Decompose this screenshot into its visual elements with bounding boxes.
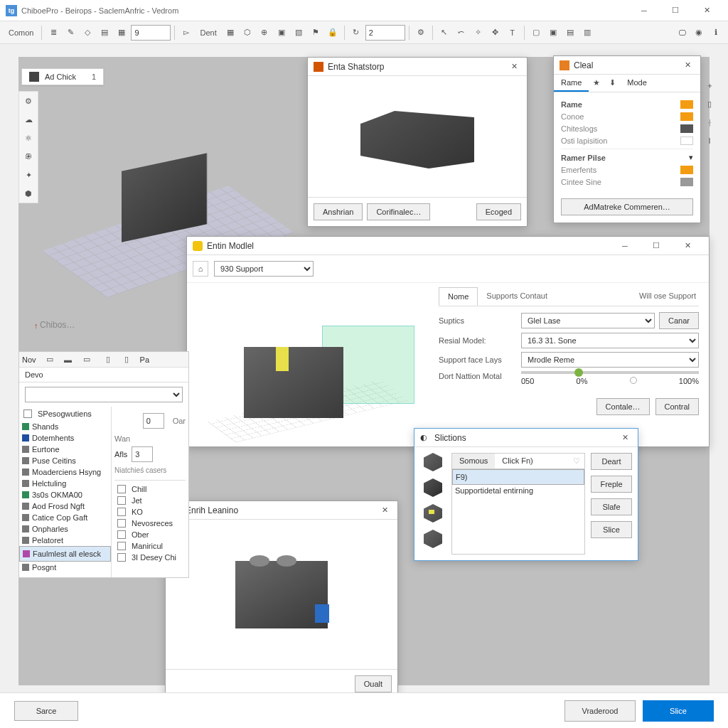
left-afls-input[interactable]: [132, 446, 153, 462]
chk-4[interactable]: Ober: [114, 529, 186, 540]
toolbar-flag-icon[interactable]: ⚑: [308, 25, 323, 41]
cleal-side-text-icon[interactable]: I: [702, 133, 717, 149]
model-tab-supports[interactable]: Supports Contaut: [478, 287, 556, 306]
maximize-button[interactable]: ☐: [660, 1, 691, 21]
footer-vraderood-button[interactable]: Vraderood: [564, 700, 636, 722]
minimize-button[interactable]: ─: [628, 1, 660, 21]
left-select[interactable]: [25, 387, 183, 402]
cleal-swatch-grey[interactable]: [680, 178, 693, 186]
cat-0[interactable]: Shands: [19, 421, 111, 432]
leaning-close-icon[interactable]: ✕: [378, 503, 392, 518]
chk-5[interactable]: Maniricul: [114, 540, 186, 552]
cat-4[interactable]: Moaderciens Hsyng: [19, 466, 111, 478]
object-chip[interactable]: Ad Chick 1: [21, 68, 104, 85]
footer-slice-button[interactable]: Slice: [643, 700, 714, 722]
toolbar-layers-icon[interactable]: ▣: [274, 25, 289, 41]
left-nav-pa[interactable]: Pa: [140, 355, 149, 364]
toolbar-monitor-icon[interactable]: 🖵: [674, 25, 690, 41]
cleal-tab-mode[interactable]: Mode: [620, 75, 654, 92]
cleal-side-ruler-icon[interactable]: ⟊: [702, 114, 717, 130]
model-contale-button[interactable]: Contale…: [596, 398, 650, 415]
toolbar-image-icon[interactable]: ▧: [291, 25, 306, 41]
model-minimize-button[interactable]: ─: [609, 236, 641, 256]
cat-10[interactable]: Pelatoret: [19, 535, 111, 546]
model-close-button[interactable]: ✕: [672, 236, 703, 256]
toolbar-box3-icon[interactable]: ▤: [562, 25, 578, 41]
slictions-thumb-1[interactable]: [424, 453, 442, 471]
toolbar-cursor-icon[interactable]: ↖: [437, 25, 452, 41]
cleal-side-file-icon[interactable]: ▯: [702, 96, 717, 112]
close-button[interactable]: ✕: [691, 1, 722, 21]
cleal-chevron-icon[interactable]: ▾: [689, 153, 693, 162]
slictions-slice-button[interactable]: Slice: [591, 521, 632, 538]
toolbar-save-icon[interactable]: ▦: [114, 25, 129, 41]
toolbar-grid-icon[interactable]: ▦: [223, 25, 238, 41]
chk-3[interactable]: Nevosreces: [114, 518, 186, 529]
toolbar-gear-icon[interactable]: ⚙: [413, 25, 429, 41]
cleal-swatch-orange3[interactable]: [680, 166, 693, 174]
cat-9[interactable]: Onpharles: [19, 523, 111, 535]
shatstorp-ecoged-button[interactable]: Ecoged: [476, 203, 521, 220]
cat-6[interactable]: 3s0s OKMA00: [19, 489, 111, 500]
toolbar-canvas-label[interactable]: Comon: [4, 25, 38, 41]
cleal-swatch-orange[interactable]: [680, 100, 693, 109]
model-resial-select[interactable]: 16.3 31. Sone: [521, 333, 699, 348]
toolbar-wrench-icon[interactable]: ✧: [471, 25, 486, 41]
toolbar-pointer-icon[interactable]: ▻: [178, 25, 194, 41]
ltool-puzzle-icon[interactable]: ✦: [19, 166, 38, 184]
slictions-item-support[interactable]: Supportidetal entirning: [452, 485, 584, 496]
model-slider[interactable]: [521, 371, 699, 374]
chk-0[interactable]: Chill: [114, 483, 186, 495]
toolbar-list-icon[interactable]: ▤: [97, 25, 112, 41]
slictions-item-f9[interactable]: F9): [452, 469, 584, 485]
shatstorp-close-icon[interactable]: ✕: [507, 60, 521, 74]
model-suptics-select[interactable]: Glel Lase: [521, 313, 655, 328]
chk-1[interactable]: Jet: [114, 495, 186, 506]
left-spinner[interactable]: [143, 413, 164, 429]
leaning-oualt-button[interactable]: Oualt: [355, 675, 392, 692]
ltool-cloud-icon[interactable]: ☁: [19, 110, 38, 129]
cat-8[interactable]: Catice Cop Gaft: [19, 512, 111, 523]
left-nav-prev[interactable]: Nov: [22, 355, 36, 364]
toolbar-eraser-icon[interactable]: ◇: [80, 25, 95, 41]
left-nav-icon4[interactable]: ▯: [100, 352, 116, 368]
toolbar-box4-icon[interactable]: ▥: [579, 25, 595, 41]
slictions-thumb-3[interactable]: [424, 504, 442, 523]
slictions-thumb-2[interactable]: [424, 478, 442, 497]
toolbar-info-icon[interactable]: ℹ: [708, 25, 724, 41]
toolbar-num2-input[interactable]: [365, 25, 405, 41]
footer-sarce-button[interactable]: Sarce: [14, 701, 78, 721]
model-type-select[interactable]: 930 Support: [214, 261, 314, 277]
cat-5[interactable]: Helctuling: [19, 478, 111, 489]
toolbar-move-icon[interactable]: ✥: [488, 25, 503, 41]
toolbar-zoom-icon[interactable]: ⊕: [257, 25, 272, 41]
shatstorp-corifinalec-button[interactable]: Corifinalec…: [367, 203, 430, 220]
ltool-atom-icon[interactable]: ⚛: [19, 129, 38, 147]
cat-12[interactable]: Posgnt: [19, 562, 111, 573]
model-preview[interactable]: [187, 283, 429, 446]
shatstorp-anshrian-button[interactable]: Anshrian: [314, 203, 363, 220]
chk-6[interactable]: 3I Desey Chi: [114, 552, 186, 563]
model-home-icon[interactable]: ⌂: [193, 261, 208, 277]
cleal-swatch-orange2[interactable]: [680, 112, 693, 121]
model-contral-button[interactable]: Contral: [655, 398, 699, 415]
slictions-deart-button[interactable]: Deart: [591, 453, 632, 470]
toolbar-pen-icon[interactable]: ✎: [63, 25, 78, 41]
toolbar-globe-icon[interactable]: ◉: [691, 25, 707, 41]
toolbar-rotate-icon[interactable]: ⤺: [454, 25, 469, 41]
cat-11[interactable]: Faulmlest all elesck: [19, 546, 111, 562]
left-nav-icon1[interactable]: ▭: [42, 352, 58, 368]
toolbar-text-icon[interactable]: T: [505, 25, 520, 41]
ltool-gear-icon[interactable]: ⚙: [19, 92, 38, 110]
cat-3[interactable]: Puse Ceitins: [19, 455, 111, 466]
model-tab-name[interactable]: Nome: [439, 287, 478, 306]
cat-7[interactable]: Aod Frosd Ngft: [19, 500, 111, 512]
ltool-spiral-icon[interactable]: ֍: [19, 147, 38, 166]
cleal-swatch-empty[interactable]: [680, 136, 693, 145]
model-facelays-select[interactable]: Mrodle Reme: [521, 352, 699, 368]
slictions-close-icon[interactable]: ✕: [618, 431, 632, 445]
cleal-admatreke-button[interactable]: AdMatreke Commeren…: [561, 198, 693, 215]
cat-2[interactable]: Eurtone: [19, 444, 111, 455]
slictions-freple-button[interactable]: Freple: [591, 476, 632, 493]
slictions-slafe-button[interactable]: Slafe: [591, 498, 632, 515]
